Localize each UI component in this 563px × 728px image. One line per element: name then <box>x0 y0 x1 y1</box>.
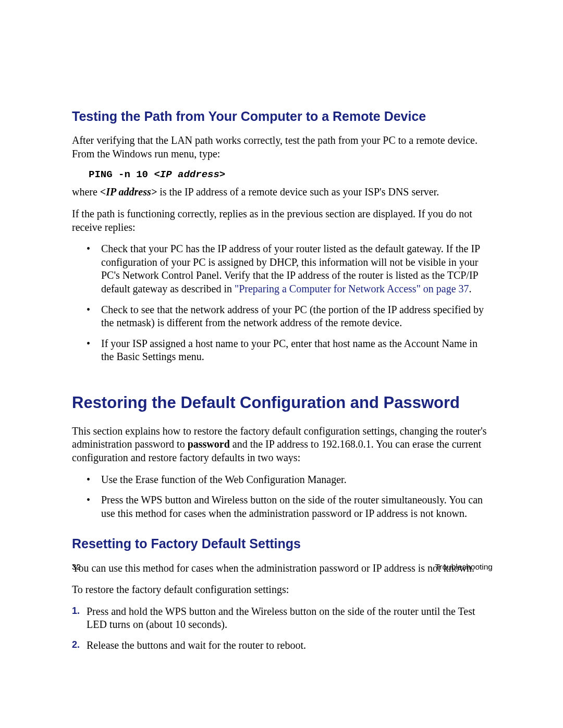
inline-code-arg: <IP address> <box>100 186 157 198</box>
heading-restoring-default: Restoring the Default Configuration and … <box>72 393 493 413</box>
text: is the IP address of a remote device suc… <box>157 186 439 198</box>
list-item: Press and hold the WPS button and the Wi… <box>72 605 493 632</box>
command-arg: IP address <box>160 169 219 180</box>
heading-testing-path: Testing the Path from Your Computer to a… <box>72 108 493 125</box>
document-page: Testing the Path from Your Computer to a… <box>0 0 563 728</box>
paragraph: If the path is functioning correctly, re… <box>72 207 493 234</box>
command-prefix: PING -n 10 < <box>89 169 160 180</box>
list-item: Check that your PC has the IP address of… <box>87 242 493 295</box>
section-name: Troubleshooting <box>435 562 493 572</box>
list-item: Check to see that the network address of… <box>87 303 493 330</box>
paragraph: After verifying that the LAN path works … <box>72 134 493 161</box>
list-item: If your ISP assigned a host name to your… <box>87 337 493 364</box>
cross-reference-link[interactable]: "Preparing a Computer for Network Access… <box>235 283 469 294</box>
command-line: PING -n 10 <IP address> <box>72 169 493 180</box>
list-item: Press the WPS button and Wireless button… <box>87 493 493 520</box>
paragraph: where <IP address> is the IP address of … <box>72 186 493 199</box>
paragraph: This section explains how to restore the… <box>72 425 493 465</box>
text: . <box>469 283 472 294</box>
bullet-list: Check that your PC has the IP address of… <box>72 242 493 364</box>
page-number: 32 <box>72 562 81 572</box>
numbered-list: Press and hold the WPS button and the Wi… <box>72 605 493 652</box>
heading-resetting-factory: Resetting to Factory Default Settings <box>72 536 493 552</box>
paragraph: You can use this method for cases when t… <box>72 562 493 575</box>
list-item: Use the Erase function of the Web Config… <box>87 473 493 487</box>
bullet-list: Use the Erase function of the Web Config… <box>72 473 493 521</box>
bold-text: password <box>188 438 230 450</box>
text: where <box>72 186 100 198</box>
paragraph: To restore the factory default configura… <box>72 583 493 597</box>
command-suffix: > <box>219 169 225 180</box>
list-item: Release the buttons and wait for the rou… <box>72 639 493 652</box>
